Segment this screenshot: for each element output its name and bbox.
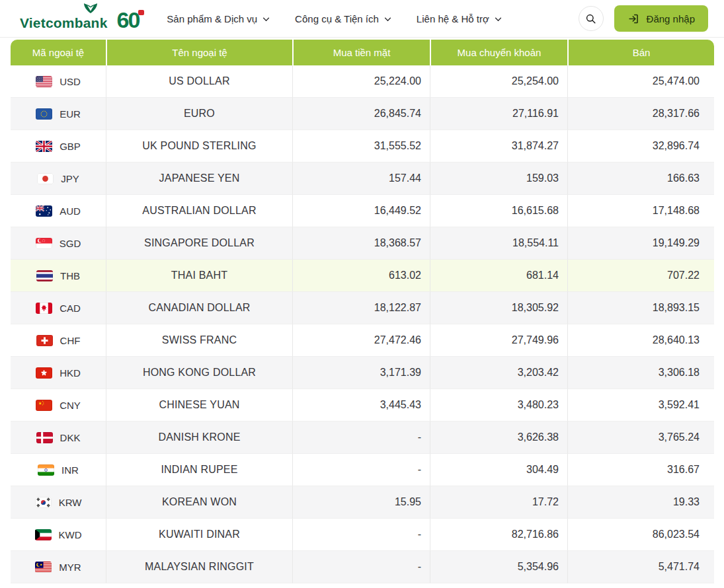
transfer-buy-rate: 27,116.91	[430, 98, 567, 130]
table-row-myr[interactable]: MYR MALAYSIAN RINGGIT - 5,354.96 5,471.7…	[11, 551, 714, 583]
cash-buy-rate: 613.02	[292, 260, 430, 292]
search-button[interactable]	[579, 6, 604, 31]
sell-rate: 3,592.41	[567, 389, 714, 422]
table-row-cny[interactable]: CNY CHINESE YUAN 3,445.43 3,480.23 3,592…	[11, 389, 714, 422]
currency-code: SGD	[60, 238, 81, 249]
currency-code: AUD	[60, 205, 81, 217]
chevron-down-icon	[495, 17, 502, 22]
currency-code: MYR	[59, 562, 81, 573]
table-header-row: Mã ngoại tệ Tên ngoại tệ Mua tiền mặt Mu…	[11, 40, 714, 65]
krw-flag-icon	[35, 497, 52, 508]
thb-flag-icon	[36, 270, 53, 281]
nav-item-contact-support[interactable]: Liên hệ & Hỗ trợ	[417, 13, 502, 24]
chevron-down-icon	[262, 17, 270, 22]
transfer-buy-rate: 18,554.11	[430, 227, 567, 260]
sell-rate: 166.63	[567, 163, 714, 195]
chf-flag-icon	[36, 335, 53, 346]
dkk-flag-icon	[36, 432, 53, 443]
cash-buy-rate: 16,449.52	[292, 195, 430, 227]
sell-rate: 25,474.00	[567, 65, 714, 98]
transfer-buy-rate: 159.03	[430, 163, 567, 195]
table-row-aud[interactable]: AUD AUSTRALIAN DOLLAR 16,449.52 16,615.6…	[11, 195, 714, 227]
vietcombank-logo[interactable]: Vietcombank 60	[20, 6, 139, 31]
table-row-thb[interactable]: THB THAI BAHT 613.02 681.14 707.22	[11, 260, 714, 292]
currency-code: EUR	[60, 108, 81, 120]
currency-code: CHF	[60, 335, 81, 346]
currency-code: KRW	[59, 497, 82, 508]
sell-rate: 86,023.54	[567, 519, 714, 551]
transfer-buy-rate: 3,480.23	[430, 389, 567, 422]
sell-rate: 3,306.18	[567, 357, 714, 389]
transfer-buy-rate: 304.49	[430, 454, 567, 486]
col-header-currency-name: Tên ngoại tệ	[106, 40, 292, 65]
currency-code: GBP	[60, 141, 81, 152]
transfer-buy-rate: 3,626.38	[430, 422, 567, 454]
transfer-buy-rate: 25,254.00	[430, 65, 567, 98]
table-row-sgd[interactable]: SGD SINGAPORE DOLLAR 18,368.57 18,554.11…	[11, 227, 714, 260]
currency-name: AUSTRALIAN DOLLAR	[106, 195, 292, 227]
nav-item-products-services[interactable]: Sản phẩm & Dịch vụ	[167, 13, 270, 24]
chevron-down-icon	[384, 17, 391, 22]
sell-rate: 19,149.29	[567, 227, 714, 260]
transfer-buy-rate: 5,354.96	[430, 551, 567, 583]
table-row-eur[interactable]: EUR EURO 26,845.74 27,116.91 28,317.66	[11, 98, 714, 130]
currency-code: USD	[60, 76, 81, 87]
eur-flag-icon	[36, 108, 52, 120]
currency-name: CHINESE YUAN	[106, 389, 292, 422]
table-row-usd[interactable]: USD US DOLLAR 25,224.00 25,254.00 25,474…	[11, 65, 714, 98]
cad-flag-icon	[36, 303, 52, 314]
cash-buy-rate: 3,445.43	[292, 389, 430, 422]
col-header-cash-buy: Mua tiền mặt	[292, 40, 430, 65]
anniversary-60-logo: 60	[117, 9, 140, 31]
currency-code: CNY	[60, 400, 81, 411]
cash-buy-rate: 18,122.87	[292, 292, 430, 324]
main-nav: Sản phẩm & Dịch vụ Công cụ & Tiện ích Li…	[167, 13, 501, 24]
login-icon	[627, 13, 640, 25]
table-row-dkk[interactable]: DKK DANISH KRONE - 3,626.38 3,765.24	[11, 422, 714, 454]
exchange-rate-table: Mã ngoại tệ Tên ngoại tệ Mua tiền mặt Mu…	[11, 40, 714, 583]
currency-name: EURO	[106, 98, 292, 130]
currency-code: JPY	[61, 173, 79, 184]
cash-buy-rate: -	[292, 422, 430, 454]
currency-code: KWD	[59, 529, 82, 540]
usd-flag-icon	[36, 76, 52, 87]
table-row-cad[interactable]: CAD CANADIAN DOLLAR 18,122.87 18,305.92 …	[11, 292, 714, 324]
cash-buy-rate: 3,171.39	[292, 357, 430, 389]
cash-buy-rate: -	[292, 454, 430, 486]
transfer-buy-rate: 681.14	[430, 260, 567, 292]
table-row-chf[interactable]: CHF SWISS FRANC 27,472.46 27,749.96 28,6…	[11, 324, 714, 357]
cash-buy-rate: -	[292, 551, 430, 583]
currency-name: JAPANESE YEN	[106, 163, 292, 195]
table-row-kwd[interactable]: KWD KUWAITI DINAR - 82,716.86 86,023.54	[11, 519, 714, 551]
sell-rate: 707.22	[567, 260, 714, 292]
table-row-gbp[interactable]: GBP UK POUND STERLING 31,555.52 31,874.2…	[11, 130, 714, 163]
cash-buy-rate: 18,368.57	[292, 227, 430, 260]
inr-flag-icon	[38, 464, 54, 476]
currency-name: CANADIAN DOLLAR	[106, 292, 292, 324]
cash-buy-rate: 15.95	[292, 486, 430, 519]
gbp-flag-icon	[36, 141, 52, 152]
sell-rate: 28,640.13	[567, 324, 714, 357]
table-row-krw[interactable]: KRW KOREAN WON 15.95 17.72 19.33	[11, 486, 714, 519]
cash-buy-rate: -	[292, 519, 430, 551]
currency-name: THAI BAHT	[106, 260, 292, 292]
sell-rate: 3,765.24	[567, 422, 714, 454]
table-row-hkd[interactable]: HKD HONG KONG DOLLAR 3,171.39 3,203.42 3…	[11, 357, 714, 389]
sell-rate: 18,893.15	[567, 292, 714, 324]
brand-wordmark: Vietcombank	[20, 15, 108, 30]
currency-name: HONG KONG DOLLAR	[106, 357, 292, 389]
cash-buy-rate: 25,224.00	[292, 65, 430, 98]
currency-name: KUWAITI DINAR	[106, 519, 292, 551]
table-row-inr[interactable]: INR INDIAN RUPEE - 304.49 316.67	[11, 454, 714, 486]
login-button[interactable]: Đăng nhập	[614, 5, 708, 32]
vietcombank-emblem-icon	[83, 3, 99, 17]
nav-item-tools-utilities[interactable]: Công cụ & Tiện ích	[295, 13, 391, 24]
table-row-jpy[interactable]: JPY JAPANESE YEN 157.44 159.03 166.63	[11, 163, 714, 195]
transfer-buy-rate: 18,305.92	[430, 292, 567, 324]
currency-code: HKD	[60, 367, 81, 379]
currency-name: UK POUND STERLING	[106, 130, 292, 163]
col-header-sell: Bán	[567, 40, 714, 65]
myr-flag-icon	[35, 562, 52, 573]
cash-buy-rate: 26,845.74	[292, 98, 430, 130]
col-header-currency-code: Mã ngoại tệ	[11, 40, 106, 65]
